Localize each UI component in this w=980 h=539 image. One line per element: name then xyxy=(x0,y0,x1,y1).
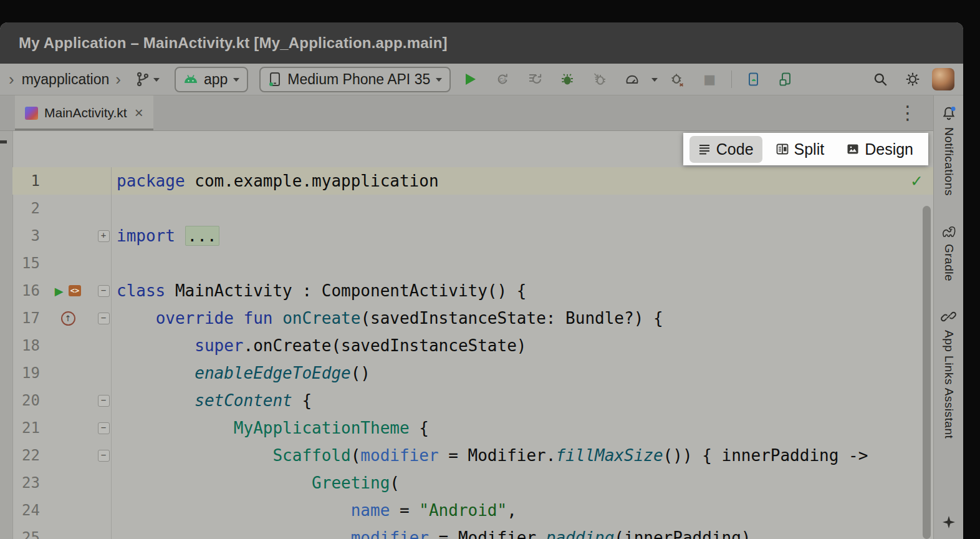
gutter[interactable]: 2 xyxy=(12,195,112,222)
code-token: (innerPadding) xyxy=(614,528,751,539)
window-titlebar[interactable]: My Application – MainActivity.kt [My_App… xyxy=(0,22,963,64)
kotlin-file-icon xyxy=(25,107,38,120)
device-manager-button[interactable] xyxy=(741,67,767,92)
code-line[interactable]: 17↑− override fun onCreate(savedInstance… xyxy=(12,304,933,332)
code-text[interactable]: Greeting( xyxy=(112,473,400,492)
gutter[interactable]: 19 xyxy=(12,359,112,387)
line-number: 23 xyxy=(12,474,40,492)
class-gutter-icon[interactable]: <> xyxy=(69,285,81,296)
gutter[interactable]: 16▶<>− xyxy=(12,277,112,304)
toolwindow-app-links-assistant[interactable]: App Links Assistant xyxy=(941,309,956,439)
vertical-scrollbar[interactable] xyxy=(923,206,931,539)
gutter[interactable]: 18 xyxy=(12,332,112,359)
code-line[interactable]: 19 enableEdgeToEdge() xyxy=(12,359,933,387)
code-line[interactable]: 22− Scaffold(modifier = Modifier.fillMax… xyxy=(12,442,933,469)
mode-design-button[interactable]: Design xyxy=(838,136,922,163)
gutter[interactable]: 22− xyxy=(12,442,112,469)
code-text[interactable]: super.onCreate(savedInstanceState) xyxy=(112,336,526,355)
code-text[interactable]: override fun onCreate(savedInstanceState… xyxy=(112,309,663,328)
profile-app-button[interactable] xyxy=(664,67,690,92)
code-token xyxy=(117,391,195,410)
vcs-widget[interactable] xyxy=(131,69,163,90)
search-icon xyxy=(872,71,888,87)
collapse-fold-icon[interactable]: − xyxy=(98,450,110,462)
run-config-selector[interactable]: app xyxy=(175,67,248,92)
profiler-chevron-down-icon[interactable] xyxy=(651,78,658,82)
inspections-check-icon[interactable]: ✓ xyxy=(910,172,923,190)
code-text[interactable]: import ... xyxy=(112,226,219,245)
code-text[interactable]: Scaffold(modifier = Modifier.fillMaxSize… xyxy=(112,446,868,465)
expand-fold-icon[interactable]: + xyxy=(98,230,110,242)
settings-button[interactable] xyxy=(900,67,926,92)
gutter[interactable]: 25 xyxy=(12,524,112,539)
toolwindow-gradle[interactable]: Gradle xyxy=(941,223,957,281)
code-text[interactable]: name = "Android", xyxy=(112,501,517,520)
running-devices-button[interactable] xyxy=(773,67,799,92)
gutter[interactable]: 15 xyxy=(12,250,112,277)
code-token: onCreate xyxy=(282,309,360,328)
gutter[interactable]: 17↑− xyxy=(12,304,112,332)
code-token: { xyxy=(292,391,312,410)
mode-split-button[interactable]: Split xyxy=(767,136,833,163)
collapse-fold-icon[interactable]: − xyxy=(98,313,110,324)
code-token xyxy=(117,446,272,465)
code-line[interactable]: 16▶<>−class MainActivity : ComponentActi… xyxy=(12,277,933,304)
code-line[interactable]: 1package com.example.myapplication✓ xyxy=(12,167,933,195)
code-line[interactable]: 20− setContent { xyxy=(12,387,933,414)
apply-changes-button[interactable]: CA xyxy=(489,67,516,92)
fold-column: + xyxy=(96,230,111,242)
code-text[interactable]: setContent { xyxy=(112,391,312,410)
tab-mainactivity[interactable]: MainActivity.kt × xyxy=(15,95,153,130)
chevron-down-icon xyxy=(153,78,160,82)
design-mode-icon xyxy=(847,143,859,155)
collapse-fold-icon[interactable]: − xyxy=(98,395,110,407)
mode-code-button[interactable]: Code xyxy=(689,136,762,163)
apply-code-changes-button[interactable] xyxy=(522,67,548,92)
code-token: package xyxy=(117,172,185,190)
attach-debugger-button[interactable] xyxy=(587,67,613,92)
code-line[interactable]: 18 super.onCreate(savedInstanceState) xyxy=(12,332,933,359)
search-everywhere-button[interactable] xyxy=(867,67,893,92)
code-line[interactable]: 25 modifier = Modifier.padding(innerPadd… xyxy=(12,524,933,539)
run-button[interactable] xyxy=(457,67,483,92)
close-tab-icon[interactable]: × xyxy=(135,105,143,120)
code-line[interactable]: 23 Greeting( xyxy=(12,469,933,497)
stop-button[interactable]: ■ xyxy=(696,67,723,92)
code-line[interactable]: 2 xyxy=(12,195,933,222)
code-token: fun xyxy=(244,309,273,328)
code-token: padding xyxy=(546,528,615,539)
collapse-fold-icon[interactable]: − xyxy=(98,285,110,297)
code-line[interactable]: 3+import ... xyxy=(12,222,933,250)
code-line[interactable]: 15 xyxy=(12,250,933,277)
project-breadcrumb[interactable]: myapplication xyxy=(22,71,110,88)
ai-assistant-button[interactable] xyxy=(941,515,956,532)
code-text[interactable]: enableEdgeToEdge() xyxy=(112,364,370,382)
code-line[interactable]: 24 name = "Android", xyxy=(12,497,933,524)
gutter[interactable]: 24 xyxy=(12,497,112,524)
gutter[interactable]: 20− xyxy=(12,387,112,414)
code-text[interactable]: modifier = Modifier.padding(innerPadding… xyxy=(112,528,751,539)
code-text[interactable]: package com.example.myapplication xyxy=(112,172,439,190)
gutter[interactable]: 21− xyxy=(12,414,112,442)
run-class-gutter-icon[interactable]: ▶ xyxy=(55,284,64,298)
user-avatar[interactable] xyxy=(932,68,954,90)
gutter[interactable]: 3+ xyxy=(12,222,112,250)
code-text[interactable]: class MainActivity : ComponentActivity()… xyxy=(112,281,526,300)
gutter[interactable]: 23 xyxy=(12,469,112,497)
code-text[interactable]: MyApplicationTheme { xyxy=(112,419,429,437)
debug-button[interactable] xyxy=(554,67,580,92)
line-number: 19 xyxy=(12,364,40,382)
editor: Code Split xyxy=(0,131,933,539)
mode-code-label: Code xyxy=(716,140,754,158)
collapse-fold-icon[interactable]: − xyxy=(98,422,110,434)
code-token xyxy=(117,309,156,328)
gutter[interactable]: 1 xyxy=(12,167,112,195)
main-area: MainActivity.kt × ⋮ xyxy=(0,95,963,539)
override-gutter-icon[interactable]: ↑ xyxy=(61,311,75,326)
toolwindow-notifications[interactable]: Notifications xyxy=(941,105,957,196)
code-token: Greeting xyxy=(312,473,390,492)
code-line[interactable]: 21− MyApplicationTheme { xyxy=(12,414,933,442)
device-selector[interactable]: Medium Phone API 35 xyxy=(259,67,451,92)
tab-options-kebab-icon[interactable]: ⋮ xyxy=(898,104,917,122)
profiler-button[interactable] xyxy=(619,67,645,92)
